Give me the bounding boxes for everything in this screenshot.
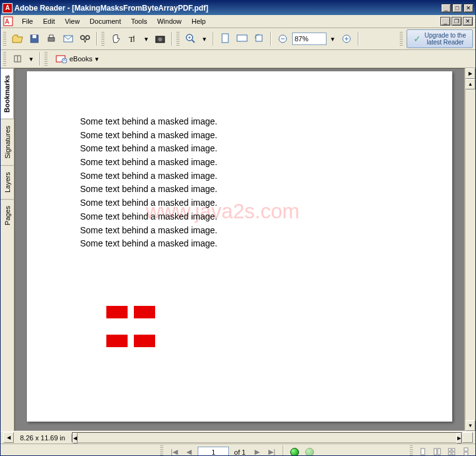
close-button[interactable]: ✕ xyxy=(463,4,473,13)
svg-rect-37 xyxy=(452,452,455,455)
app-name: Adobe Reader xyxy=(14,4,65,13)
menu-edit[interactable]: Edit xyxy=(38,16,60,26)
toolbar-grip[interactable] xyxy=(3,32,6,46)
scroll-track[interactable] xyxy=(465,89,475,420)
svg-rect-33 xyxy=(438,448,440,455)
zoom-out-button[interactable] xyxy=(275,31,290,46)
page-up-icon[interactable]: ▶ xyxy=(465,68,475,79)
document-viewport: www.java2s.com Some text behind a masked… xyxy=(14,68,475,431)
email-button[interactable] xyxy=(61,31,76,46)
side-tabs: Bookmarks Signatures Layers Pages xyxy=(1,68,14,431)
open-button[interactable] xyxy=(10,31,25,46)
scroll-up-button[interactable]: ▲ xyxy=(465,79,475,89)
scroll-left-button[interactable]: ◀ xyxy=(73,433,78,443)
next-page-button[interactable]: ▶ xyxy=(251,446,263,457)
tab-pages[interactable]: Pages xyxy=(1,199,14,231)
title-bar: A Adobe Reader - [MakingMasksFromByteArr… xyxy=(1,1,475,15)
svg-rect-38 xyxy=(464,448,468,451)
menu-help[interactable]: Help xyxy=(186,16,211,26)
text-line: Some text behind a masked image. xyxy=(80,210,217,224)
collapse-button[interactable] xyxy=(10,51,25,66)
tab-signatures[interactable]: Signatures xyxy=(1,119,14,165)
ebooks-icon xyxy=(56,54,67,63)
toolbar-grip[interactable] xyxy=(3,52,6,66)
collapse-dropdown[interactable]: ▾ xyxy=(27,51,36,66)
nav-grip[interactable] xyxy=(160,445,163,457)
save-button[interactable] xyxy=(27,31,42,46)
search-button[interactable] xyxy=(78,31,93,46)
toolbar-separator xyxy=(96,32,98,46)
corner-grip xyxy=(462,432,473,443)
toolbar-grip[interactable] xyxy=(44,52,48,66)
upgrade-button[interactable]: ✓ Upgrade to thelatest Reader xyxy=(407,29,473,48)
chevron-down-icon: ▾ xyxy=(95,55,99,63)
page-dimensions: 8.26 x 11.69 in xyxy=(14,434,72,442)
svg-rect-19 xyxy=(222,34,228,43)
svg-rect-3 xyxy=(33,35,36,38)
svg-rect-32 xyxy=(434,448,437,455)
menu-tools[interactable]: Tools xyxy=(126,16,153,26)
text-line: Some text behind a masked image. xyxy=(80,196,217,210)
fit-width-button[interactable] xyxy=(235,31,250,46)
svg-line-9 xyxy=(84,39,85,43)
toolbar-grip[interactable] xyxy=(400,32,403,46)
snapshot-button[interactable] xyxy=(153,31,168,46)
page-prev-icon[interactable]: ◀ xyxy=(3,432,14,443)
back-icon xyxy=(290,448,299,457)
menu-file[interactable]: File xyxy=(17,16,38,26)
continuous-button[interactable] xyxy=(431,445,443,457)
toolbar-grip[interactable] xyxy=(101,32,104,46)
first-page-button[interactable]: |◀ xyxy=(168,446,180,457)
doc-restore-button[interactable]: ❐ xyxy=(452,17,462,26)
navigation-bar: |◀ ◀ of 1 ▶ ▶| xyxy=(1,443,475,456)
scroll-right-button[interactable]: ▶ xyxy=(457,433,462,443)
ebooks-button[interactable]: eBooks ▾ xyxy=(51,53,103,65)
continuous-facing-button[interactable] xyxy=(460,445,472,457)
menu-document[interactable]: Document xyxy=(84,16,126,26)
pdf-page: www.java2s.com Some text behind a masked… xyxy=(27,71,452,422)
maximize-button[interactable]: □ xyxy=(452,4,462,13)
text-select-button[interactable]: T xyxy=(125,31,140,46)
prev-page-button[interactable]: ◀ xyxy=(183,446,195,457)
zoom-field[interactable] xyxy=(292,33,327,45)
svg-rect-35 xyxy=(452,448,455,451)
fit-page-button[interactable] xyxy=(218,31,233,46)
vertical-scrollbar[interactable]: ▶ ▲ ▼ xyxy=(465,68,475,431)
single-page-button[interactable] xyxy=(417,445,429,457)
facing-button[interactable] xyxy=(445,445,458,457)
hand-tool-button[interactable] xyxy=(108,31,123,46)
toolbar-separator xyxy=(39,52,41,66)
text-line: Some text behind a masked image. xyxy=(80,142,217,156)
scroll-track[interactable] xyxy=(78,433,457,442)
red-block xyxy=(106,335,128,347)
minimize-button[interactable]: _ xyxy=(441,4,451,13)
page-number-field[interactable] xyxy=(198,447,229,457)
tab-layers[interactable]: Layers xyxy=(1,165,14,199)
nav-grip[interactable] xyxy=(410,445,413,457)
last-page-button[interactable]: ▶| xyxy=(266,446,278,457)
select-dropdown-button[interactable]: ▾ xyxy=(142,31,151,46)
zoom-in-button[interactable] xyxy=(183,31,198,46)
previous-view-button[interactable] xyxy=(288,446,301,457)
toolbar-grip[interactable] xyxy=(176,32,180,46)
next-view-button[interactable] xyxy=(303,446,316,457)
menu-view[interactable]: View xyxy=(60,16,85,26)
doc-minimize-button[interactable]: _ xyxy=(440,17,450,26)
zoom-field-dropdown[interactable]: ▾ xyxy=(328,31,337,46)
document-scroll[interactable]: www.java2s.com Some text behind a masked… xyxy=(14,68,465,431)
text-line: Some text behind a masked image. xyxy=(80,156,217,170)
doc-close-button[interactable]: ✕ xyxy=(463,17,473,26)
tab-bookmarks[interactable]: Bookmarks xyxy=(1,68,14,119)
svg-point-30 xyxy=(62,58,67,63)
zoom-dropdown-button[interactable]: ▾ xyxy=(200,31,209,46)
print-button[interactable] xyxy=(44,31,59,46)
text-line: Some text behind a masked image. xyxy=(80,129,217,143)
scroll-down-button[interactable]: ▼ xyxy=(465,420,475,431)
rotate-button[interactable] xyxy=(251,31,266,46)
main-area: Bookmarks Signatures Layers Pages www.ja… xyxy=(1,68,475,431)
svg-rect-31 xyxy=(421,448,425,455)
pdf-icon: A xyxy=(3,16,13,26)
menu-window[interactable]: Window xyxy=(152,16,186,26)
zoom-in2-button[interactable] xyxy=(339,31,354,46)
horizontal-scrollbar[interactable]: ◀ ▶ xyxy=(72,432,462,443)
